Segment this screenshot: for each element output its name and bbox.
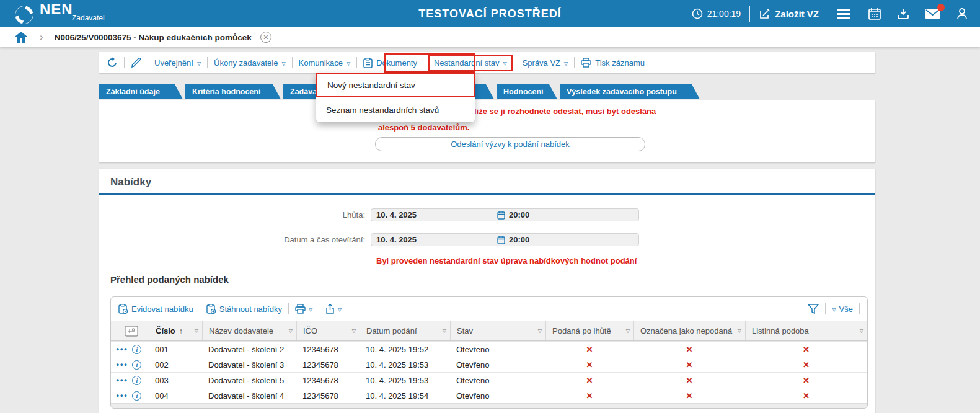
tab-label: Kritéria hodnocení <box>192 87 260 96</box>
tab-label: Zadáva <box>290 87 317 96</box>
edit-icon <box>759 8 770 20</box>
column-header-nepodana[interactable]: Označena jako nepodaná ▽ <box>633 321 745 340</box>
home-icon[interactable] <box>15 32 27 43</box>
stahnout-label: Stáhnout nabídky <box>219 304 282 314</box>
info-icon[interactable]: i <box>132 345 141 354</box>
stahnout-nabidky-button[interactable]: Stáhnout nabídky <box>206 304 282 314</box>
breadcrumb-title[interactable]: N006/25/V00003675 - Nákup edukačních pom… <box>55 33 252 42</box>
table-row[interactable]: ●●● i 002 Dodavatel - školení 3 12345678… <box>111 357 867 372</box>
table-scrollbar-track[interactable] <box>111 403 867 408</box>
refresh-icon[interactable] <box>107 57 118 68</box>
table-row[interactable]: ●●● i 004 Dodavatel - školení 4 12345678… <box>111 388 867 403</box>
separator <box>574 57 575 68</box>
filter-caret-icon: ▽ <box>738 328 741 334</box>
print-table-button[interactable]: ▽ <box>295 304 312 314</box>
cell-ico: 12345678 <box>296 376 360 385</box>
menu-komunikace[interactable]: Komunikace ▽ <box>299 58 351 68</box>
separator <box>148 57 148 68</box>
filter-caret-icon: ▽ <box>538 328 542 334</box>
time-value: 20:00 <box>509 210 529 220</box>
menu-item-seznam-nestandardnich-stavu[interactable]: Seznam nestandardních stavů <box>316 97 475 122</box>
column-label: Číslo <box>156 326 175 335</box>
cell-cislo: 004 <box>149 391 202 401</box>
clock-icon <box>692 8 703 19</box>
notification-badge <box>937 4 945 11</box>
messages-button[interactable] <box>925 8 940 20</box>
export-table-button[interactable]: ▽ <box>325 304 342 314</box>
otevirani-datetime-field[interactable]: 10. 4. 2025 20:00 <box>371 233 639 246</box>
info-icon[interactable]: i <box>132 391 141 401</box>
column-header-ico[interactable]: IČO ▽ <box>296 321 360 340</box>
menu-nestandardni-stav[interactable]: Nestandardní stav ▽ <box>428 55 513 71</box>
menu-dokumenty-label: Dokumenty <box>376 58 417 68</box>
filter-caret-icon: ▽ <box>289 328 293 334</box>
info-icon[interactable]: i <box>132 360 141 370</box>
menu-tisk-zaznamu[interactable]: Tisk záznamu <box>581 58 645 68</box>
menu-sprava-vz[interactable]: Správa VZ ▽ <box>523 58 568 68</box>
filter-funnel-icon[interactable] <box>808 304 819 314</box>
table-title: Přehled podaných nabídek <box>110 274 229 285</box>
row-actions-icon[interactable]: ●●● <box>116 393 128 399</box>
info-icon[interactable]: i <box>132 376 141 385</box>
notice-panel: liže se ji rozhodnete odeslat, musí být … <box>99 100 875 162</box>
breadcrumb: › N006/25/V00003675 - Nákup edukačních p… <box>0 27 980 47</box>
chevron-down-icon: ▽ <box>503 61 507 66</box>
warning-text-line2: alespoň 5 dodavatelům. <box>378 123 469 132</box>
nen-logo[interactable]: NEN Zadavatel <box>14 2 105 25</box>
tab-label: Výsledek zadávacího postupu <box>567 87 677 96</box>
table-row[interactable]: ●●● i 001 Dodavatel - školení 2 12345678… <box>111 341 867 357</box>
column-settings-icon[interactable] <box>125 326 138 337</box>
column-header-dodavatel[interactable]: Název dodavatele ▽ <box>202 321 296 340</box>
create-vz-button[interactable]: Založit VZ <box>759 8 819 20</box>
separator <box>288 303 289 314</box>
column-header-cislo[interactable]: Číslo ↑ ▽ <box>149 321 202 340</box>
cell-stav: Otevřeno <box>450 360 545 370</box>
cross-icon: ✕ <box>633 391 745 401</box>
column-header-stav[interactable]: Stav ▽ <box>450 321 545 340</box>
column-header-datum-podani[interactable]: Datum podání ▽ <box>360 321 450 340</box>
evidovat-nabidku-button[interactable]: Evidovat nabídku <box>118 304 193 314</box>
row-actions-icon[interactable]: ●●● <box>116 362 128 368</box>
column-header-po-lhute[interactable]: Podaná po lhůtě ▽ <box>545 321 633 340</box>
column-header-listinna[interactable]: Listinná podoba ▽ <box>745 321 867 340</box>
close-record-icon[interactable]: ✕ <box>260 32 271 43</box>
nonstandard-state-warning: Byl proveden nestandardní stav úprava na… <box>376 256 637 265</box>
menu-ukony-zadavatele[interactable]: Úkony zadavatele ▽ <box>214 58 286 68</box>
filter-all-button[interactable]: ▽ Vše <box>832 304 853 314</box>
clipboard-download-icon <box>206 304 216 314</box>
cell-dodavatel: Dodavatel - školení 2 <box>202 345 296 354</box>
separator <box>292 57 293 68</box>
field-row-lhuta: Lhůta: 10. 4. 2025 20:00 <box>99 208 639 221</box>
cell-dodavatel: Dodavatel - školení 3 <box>202 360 296 370</box>
lhuta-datetime-field[interactable]: 10. 4. 2025 20:00 <box>371 208 639 221</box>
row-actions-icon[interactable]: ●●● <box>116 346 128 352</box>
pencil-icon[interactable] <box>131 58 141 68</box>
cell-datum: 10. 4. 2025 19:52 <box>360 345 450 354</box>
field-label: Datum a čas otevírání: <box>99 235 371 244</box>
tab-kriteria-hodnoceni[interactable]: Kritéria hodnocení <box>185 84 281 99</box>
column-label: Název dodavatele <box>209 326 273 335</box>
chevron-down-icon: ▽ <box>338 307 342 313</box>
user-icon[interactable] <box>955 7 969 20</box>
download-icon[interactable] <box>896 7 910 20</box>
menu-item-novy-nestandardni-stav[interactable]: Nový nestandardní stav <box>316 73 475 97</box>
hamburger-menu-icon[interactable] <box>837 9 850 19</box>
tab-vysledek[interactable]: Výsledek zadávacího postupu <box>560 84 700 99</box>
tab-hodnoceni[interactable]: Hodnocení <box>497 84 557 99</box>
nen-logo-icon <box>14 4 35 25</box>
calendar-icon[interactable] <box>868 7 881 20</box>
send-invitation-button[interactable]: Odeslání výzvy k podání nabídek <box>375 137 645 151</box>
field-row-oteviranie: Datum a čas otevírání: 10. 4. 2025 20:00 <box>99 233 639 246</box>
table-row[interactable]: ●●● i 003 Dodavatel - školení 5 12345678… <box>111 372 867 388</box>
record-toolbar: Uveřejnění ▽ Úkony zadavatele ▽ Komunika… <box>99 52 875 73</box>
menu-uverejneni[interactable]: Uveřejnění ▽ <box>154 58 201 68</box>
menu-dokumenty[interactable]: Dokumenty <box>363 58 417 68</box>
table-header-row: Číslo ↑ ▽ Název dodavatele ▽ IČO ▽ Datum… <box>111 321 867 341</box>
cell-stav: Otevřeno <box>450 376 545 385</box>
menu-nestandardni-label: Nestandardní stav <box>434 58 500 68</box>
tab-zakladni-udaje[interactable]: Základní údaje <box>99 84 183 99</box>
cell-dodavatel: Dodavatel - školení 4 <box>202 391 296 401</box>
separator <box>207 57 208 68</box>
row-actions-icon[interactable]: ●●● <box>116 377 128 383</box>
cell-stav: Otevřeno <box>450 391 545 401</box>
